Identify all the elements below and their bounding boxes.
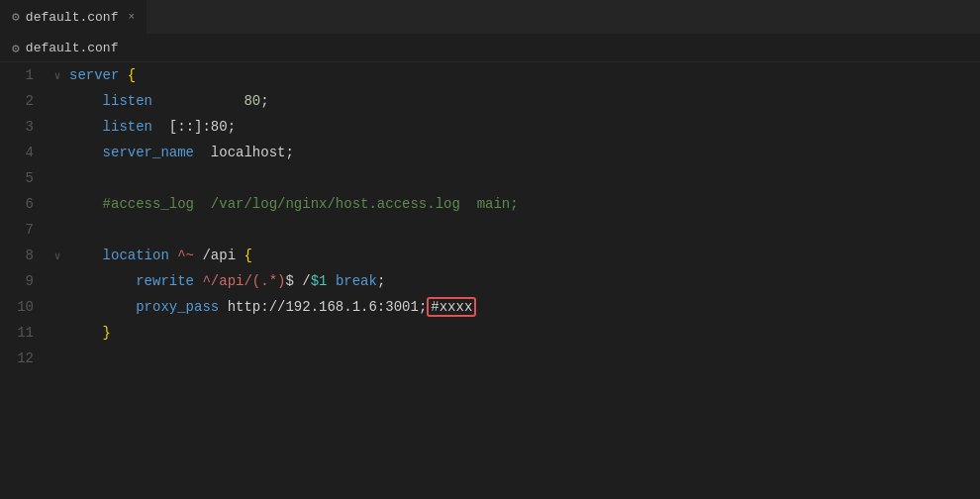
code-line: 5 (0, 165, 980, 191)
code-content: server { (65, 67, 136, 83)
token: ^/api/(.*) (202, 273, 285, 289)
fold-icon[interactable]: ∨ (49, 69, 65, 82)
token: server (69, 67, 128, 83)
token: 80 (244, 93, 260, 109)
code-content: location ^~ /api { (65, 248, 252, 263)
token (69, 325, 103, 341)
token: /api (202, 248, 244, 263)
code-line: 11 } (0, 320, 980, 346)
code-line: 4 server_name localhost; (0, 140, 980, 165)
token: ; (285, 145, 293, 160)
token: http://192.168.1.6:3001 (228, 299, 419, 315)
line-number: 5 (0, 170, 49, 186)
gear-icon: ⚙ (12, 9, 20, 25)
token: location (69, 248, 177, 263)
token: proxy_pass (69, 299, 228, 315)
line-number: 2 (0, 93, 49, 109)
code-content: server_name localhost; (65, 145, 294, 160)
line-number: 7 (0, 222, 49, 238)
token: { (244, 248, 251, 263)
token: server_name (69, 145, 211, 160)
line-number: 10 (0, 299, 49, 315)
breadcrumb-gear-icon: ⚙ (12, 41, 20, 56)
code-line: 3 listen [::]:80; (0, 114, 980, 140)
token: ; (260, 93, 268, 109)
line-number: 1 (0, 67, 49, 83)
token: } (103, 325, 111, 341)
code-line: 10 proxy_pass http://192.168.1.6:3001;#x… (0, 294, 980, 320)
token: [::]:80 (169, 119, 228, 135)
token: { (128, 67, 136, 83)
code-content: proxy_pass http://192.168.1.6:3001;#xxxx (65, 299, 476, 315)
line-number: 8 (0, 248, 49, 263)
tab-label: default.conf (26, 10, 119, 25)
token: $1 (311, 273, 336, 289)
token: listen (69, 93, 244, 109)
code-line: 2 listen 80; (0, 88, 980, 114)
line-number: 3 (0, 119, 49, 135)
token: rewrite (69, 273, 202, 289)
editor-wrapper: 1∨server {2 listen 80;3 listen [::]:80;4… (0, 62, 980, 499)
fold-icon[interactable]: ∨ (49, 250, 65, 262)
token: break (336, 273, 377, 289)
line-number: 9 (0, 273, 49, 289)
tab-bar: ⚙ default.conf × (0, 0, 980, 35)
editor-area: 1∨server {2 listen 80;3 listen [::]:80;4… (0, 62, 980, 499)
line-number: 11 (0, 325, 49, 341)
code-content: #access_log /var/log/nginx/host.access.l… (65, 196, 519, 212)
token: ; (228, 119, 236, 135)
token: ^~ (177, 248, 202, 263)
token: $ / (285, 273, 310, 289)
code-content: listen [::]:80; (65, 119, 236, 135)
code-line: 6 #access_log /var/log/nginx/host.access… (0, 191, 980, 217)
code-line: 1∨server { (0, 62, 980, 88)
token: #access_log /var/log/nginx/host.access.l… (69, 196, 519, 212)
line-number: 4 (0, 145, 49, 160)
tab-item[interactable]: ⚙ default.conf × (0, 0, 147, 34)
code-line: 9 rewrite ^/api/(.*)$ /$1 break; (0, 268, 980, 294)
token: localhost (211, 145, 286, 160)
tab-close-button[interactable]: × (128, 11, 135, 23)
token: ; (377, 273, 385, 289)
line-number: 12 (0, 350, 49, 366)
code-line: 12 (0, 346, 980, 371)
code-line: 8∨ location ^~ /api { (0, 243, 980, 268)
breadcrumb-bar: ⚙ default.conf (0, 35, 980, 62)
code-content: rewrite ^/api/(.*)$ /$1 break; (65, 273, 385, 289)
code-line: 7 (0, 217, 980, 243)
code-content: } (65, 325, 111, 341)
breadcrumb-text: default.conf (26, 41, 119, 55)
code-content: listen 80; (65, 93, 269, 109)
token: listen (69, 119, 169, 135)
line-number: 6 (0, 196, 49, 212)
highlighted-token: #xxxx (427, 297, 476, 317)
